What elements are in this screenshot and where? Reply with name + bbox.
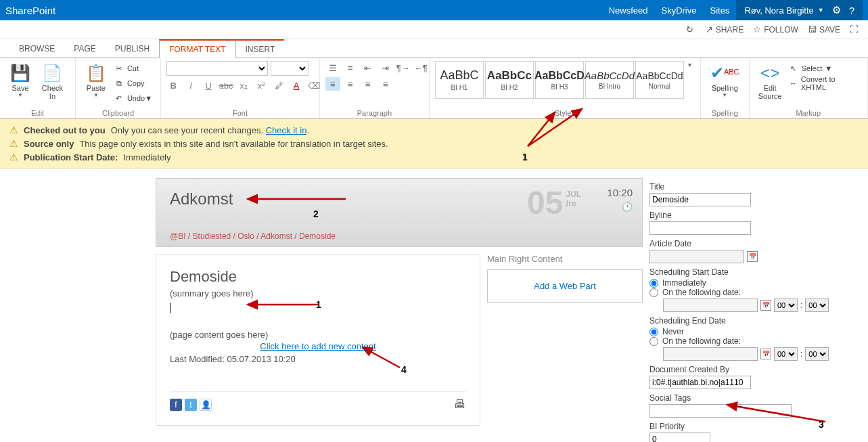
title-label: Title [649, 182, 833, 192]
align-right-button[interactable]: ≡ [361, 77, 375, 91]
calendar-icon[interactable]: 📅 [747, 251, 758, 262]
ribbon-group-clipboard: 📋 Paste▼ ✂Cut ⧉Copy ↶Undo ▼ Clipboard [76, 58, 161, 118]
bullet-list-button[interactable]: ☰ [325, 61, 340, 74]
sched-start-min[interactable]: 00 [805, 299, 829, 312]
clear-format-button[interactable]: ⌫ [307, 79, 321, 92]
byline-label: Byline [649, 211, 833, 220]
focus-button[interactable]: ⛶ [850, 24, 861, 35]
crumb-adkomst[interactable]: Adkomst [260, 231, 292, 241]
facebook-icon[interactable]: f [170, 399, 182, 411]
style-normal[interactable]: AaBbCcDdNormal [635, 61, 684, 99]
highlight-button[interactable]: 🖉 [272, 79, 285, 92]
italic-button[interactable]: I [184, 79, 198, 92]
gear-icon[interactable]: ⚙ [832, 4, 841, 16]
annotation-1: 1 [522, 152, 528, 162]
undo-button[interactable]: ↶Undo ▼ [111, 91, 155, 106]
crumb-bi[interactable]: @BI [170, 231, 186, 241]
sites-link[interactable]: Sites [703, 5, 736, 16]
social-icons: f t 👤 [170, 399, 212, 411]
crumb-studiested[interactable]: Studiested [193, 231, 231, 241]
article-date-input[interactable] [649, 250, 744, 263]
sched-start-hour[interactable]: 00 [774, 299, 798, 312]
font-family-select[interactable] [166, 61, 268, 76]
help-icon[interactable]: ? [849, 5, 854, 16]
crumb-demoside[interactable]: Demoside [299, 231, 336, 241]
print-icon[interactable]: 🖶 [454, 397, 466, 412]
styles-more-button[interactable]: ▾ [685, 61, 695, 71]
notification-bar: ⚠ Checked out to you Only you can see yo… [0, 119, 868, 169]
paste-icon: 📋 [86, 62, 106, 84]
calendar-icon[interactable]: 📅 [760, 300, 771, 311]
main-content: Adkomst 05 JULfre 10:20 🕐 2 @BI / Studie… [0, 169, 868, 442]
align-justify-button[interactable]: ≡ [378, 77, 393, 91]
convert-xhtml-button[interactable]: ↔Convert to XHTML [785, 76, 862, 91]
follow-button[interactable]: ☆FOLLOW [753, 24, 798, 35]
cut-button[interactable]: ✂Cut [111, 61, 155, 76]
sched-end-hour[interactable]: 00 [774, 347, 798, 361]
crumb-oslo[interactable]: Oslo [237, 231, 254, 241]
main-editor[interactable]: Demoside (summary goes here) 1 (page con… [156, 254, 480, 426]
subscript-button[interactable]: x₂ [237, 79, 250, 92]
superscript-button[interactable]: x² [254, 79, 268, 92]
share-button[interactable]: ↗SHARE [706, 24, 744, 35]
bi-priority-input[interactable] [649, 433, 710, 442]
outdent-button[interactable]: ⇤ [361, 61, 375, 74]
sched-end-date-input[interactable] [663, 347, 758, 361]
paste-button[interactable]: 📋 Paste▼ [81, 61, 111, 100]
suite-bar: SharePoint Newsfeed SkyDrive Sites Røv, … [0, 0, 868, 20]
add-content-link[interactable]: Click here to add new content [170, 341, 466, 351]
rtl-button[interactable]: ←¶ [413, 61, 428, 74]
align-left-button[interactable]: ≡ [325, 77, 340, 91]
sched-end-never-radio[interactable] [649, 328, 658, 336]
byline-input[interactable] [649, 221, 751, 235]
breadcrumb: @BI / Studiested / Oslo / Adkomst / Demo… [170, 231, 629, 241]
share-icon[interactable]: 👤 [200, 399, 212, 411]
notif-pubdate-text: Immediately [123, 152, 170, 162]
tab-page[interactable]: PAGE [64, 39, 105, 58]
style-bi-h3[interactable]: AaBbCcDBI H3 [535, 61, 584, 99]
save-ribbon-button[interactable]: 💾 Save▼ [5, 61, 35, 100]
spelling-button[interactable]: ✔ABC Spelling▼ [706, 61, 744, 100]
checkin-button[interactable]: 📄 Check In [35, 61, 70, 102]
sched-start-date-input[interactable] [663, 299, 758, 312]
tab-publish[interactable]: PUBLISH [106, 39, 159, 58]
checkin-link[interactable]: Check it in [266, 125, 307, 135]
ribbon-group-styles: AaBbCBI H1AaBbCcBI H2AaBbCcDBI H3AaBbCcD… [430, 58, 701, 118]
style-bi-h1[interactable]: AaBbCBI H1 [435, 61, 484, 99]
indent-button[interactable]: ⇥ [378, 61, 393, 74]
sched-end-label: Scheduling End Date [649, 316, 833, 326]
user-menu[interactable]: Røv, Nora Birgitte ▼ ⚙ ? [736, 0, 863, 20]
select-button[interactable]: ↖Select ▼ [785, 61, 862, 76]
skydrive-link[interactable]: SkyDrive [654, 5, 703, 16]
style-bi-h2[interactable]: AaBbCcBI H2 [485, 61, 534, 99]
style-bi-intro[interactable]: AaBbCcDdBI Intro [585, 61, 634, 99]
tab-browse[interactable]: BROWSE [9, 39, 64, 58]
number-list-button[interactable]: ≡ [343, 61, 358, 74]
calendar-icon[interactable]: 📅 [760, 349, 771, 359]
title-input[interactable] [649, 193, 751, 206]
sched-end-date-radio[interactable] [649, 337, 658, 346]
tab-format-text[interactable]: FORMAT TEXT [159, 39, 235, 58]
align-center-button[interactable]: ≡ [343, 77, 358, 91]
font-color-button[interactable]: A [290, 79, 303, 92]
save-button[interactable]: 🖫SAVE [808, 24, 840, 35]
bold-button[interactable]: B [166, 79, 180, 92]
copy-button[interactable]: ⧉Copy [111, 76, 155, 91]
twitter-icon[interactable]: t [185, 399, 197, 411]
tab-insert[interactable]: INSERT [236, 39, 285, 58]
newsfeed-link[interactable]: Newsfeed [602, 5, 655, 16]
social-tags-input[interactable] [649, 404, 792, 418]
ltr-button[interactable]: ¶→ [396, 61, 411, 74]
underline-button[interactable]: U [202, 79, 215, 92]
sched-start-immediately-radio[interactable] [649, 279, 658, 288]
convert-icon: ↔ [788, 79, 798, 87]
doc-created-input[interactable] [649, 376, 751, 389]
sched-end-min[interactable]: 00 [805, 347, 829, 361]
font-size-select[interactable] [271, 61, 309, 76]
sched-start-date-radio[interactable] [649, 288, 658, 297]
share-icon: ↗ [706, 24, 713, 35]
strike-button[interactable]: abc [219, 79, 233, 92]
add-webpart-button[interactable]: Add a Web Part [487, 269, 643, 303]
edit-source-button[interactable]: <> Edit Source [755, 61, 785, 102]
sync-button[interactable]: ↻ [686, 24, 696, 35]
